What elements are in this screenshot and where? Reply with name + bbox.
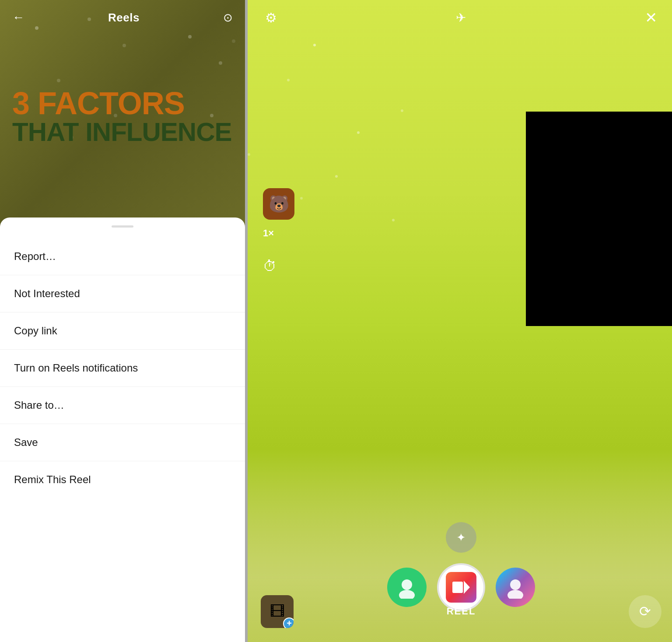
zoom-indicator[interactable]: 1× [263,228,274,239]
reel-text-line2: THAT INFLUENCE [12,119,232,145]
app-icon-bear[interactable]: 🐻 [263,188,294,220]
add-icon: + [283,617,294,628]
black-preview-area [526,112,672,326]
left-header: ← Reels ⊙ [0,0,245,35]
svg-point-0 [402,579,412,590]
menu-item-save[interactable]: Save [0,424,245,461]
flip-camera-button[interactable]: ⟳ [629,595,662,628]
flash-off-icon[interactable]: ✈ [456,11,466,25]
reel-text-content: 3 FACTORS THAT INFLUENCE [12,88,232,145]
menu-item-report[interactable]: Report… [0,238,245,275]
gallery-thumbnail[interactable]: 🎞 + [261,595,294,628]
menu-item-remix[interactable]: Remix This Reel [0,461,245,498]
menu-item-copy-link[interactable]: Copy link [0,312,245,350]
bottom-sheet: Report… Not Interested Copy link Turn on… [0,218,245,642]
bottom-controls: ✦ [248,454,672,642]
menu-item-turn-on-reels[interactable]: Turn on Reels notifications [0,350,245,387]
right-header: ⚙ ✈ ✕ [248,0,672,35]
left-panel: ← Reels ⊙ 3 FACTORS THAT INFLUENCE Repor… [0,0,245,642]
effects-button[interactable]: ✦ [446,522,476,553]
back-button[interactable]: ← [12,11,24,25]
page-title: Reels [108,11,140,25]
menu-item-not-interested[interactable]: Not Interested [0,275,245,312]
bottom-bar: 🎞 + REEL ⟳ [248,589,672,642]
reel-text-line1: 3 FACTORS [12,88,232,119]
reel-label: REEL [447,606,476,617]
camera-icon[interactable]: ⊙ [223,11,233,25]
right-panel: ⚙ ✈ ✕ 🐻 1× ⏱ ✦ [248,0,672,642]
close-icon[interactable]: ✕ [645,9,657,26]
settings-icon[interactable]: ⚙ [265,10,277,25]
svg-point-4 [510,579,521,590]
timer-icon[interactable]: ⏱ [263,258,277,274]
sheet-handle [112,225,133,228]
menu-item-share-to[interactable]: Share to… [0,387,245,424]
